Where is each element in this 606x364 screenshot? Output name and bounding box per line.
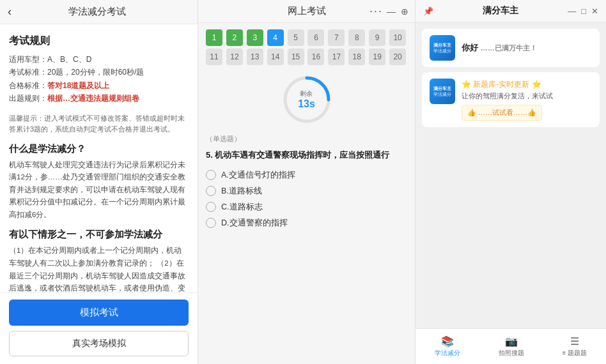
question-number-9[interactable]: 9 [369, 29, 385, 46]
profile-info: 你好 ……已满万牛主！ [462, 42, 592, 54]
right-content: 满分车主 学法减分 你好 ……已满万牛主！ 满分车主 学法减分 ⭐ 新题库-实时… [416, 22, 606, 328]
question-grid: 1234567891011121314151617181920 [206, 29, 407, 65]
option-A[interactable]: A.交通信号灯的指挥 [206, 170, 407, 181]
footer-tab-label-1: 拍照搜题 [499, 349, 524, 358]
right-header: 📌 满分车主 — □ ✕ [416, 0, 606, 22]
section1-title: 考试规则 [9, 34, 189, 48]
right-minimize-icon[interactable]: — [568, 6, 576, 16]
right-maximize-icon[interactable]: □ [581, 6, 586, 16]
question-number-10[interactable]: 10 [389, 29, 406, 46]
option-B[interactable]: B.道路标线 [206, 186, 407, 197]
back-button[interactable]: ‹ [8, 5, 12, 19]
avatar-badge: 满分车主 学法减分 [430, 35, 455, 61]
section3-title: 有以下情形之一，不可参加学法减分 [9, 229, 189, 241]
option-D[interactable]: D.交通警察的指挥 [206, 218, 407, 229]
minimize-icon[interactable]: — [387, 6, 396, 17]
option-label-A: A.交通信号灯的指挥 [221, 170, 295, 181]
option-label-C: C.道路标志 [221, 202, 263, 213]
timer-seconds: 13s [298, 98, 315, 110]
right-header-left-icons: 📌 [423, 6, 433, 16]
header-dots: ··· [369, 4, 383, 18]
question-number-13[interactable]: 13 [247, 49, 263, 65]
rule-1: 适用车型：A、B、C、D [9, 53, 189, 66]
question-text: 5. 机动车遇有交通警察现场指挥时，应当按照通行 [206, 149, 407, 162]
pin-icon[interactable]: 📌 [423, 6, 433, 16]
question-number-19[interactable]: 19 [369, 49, 385, 65]
section2-content: 机动车驾驶人处理完交通违法行为记录后累积记分未满12分，参……处乃交通管理部门组… [9, 159, 189, 222]
question-number-5[interactable]: 5 [288, 29, 304, 46]
promo-cta[interactable]: 👍 ……试试看……👍 [462, 105, 542, 121]
profile-card: 满分车主 学法减分 你好 ……已满万牛主！ [422, 29, 600, 67]
option-label-D: D.交通警察的指挥 [221, 218, 288, 229]
timer-label: 剩余 13s [298, 89, 315, 110]
question-number-2[interactable]: 2 [226, 29, 243, 46]
footer-tab-label-0: 学法减分 [435, 349, 460, 358]
question-number-4[interactable]: 4 [267, 29, 284, 46]
footer-tab-icon-2: ☰ [570, 335, 579, 347]
middle-title: 网上考试 [288, 5, 326, 17]
question-number-14[interactable]: 14 [267, 49, 284, 65]
middle-panel: 网上考试 ··· — ⊕ 123456789101112131415161718… [198, 0, 416, 364]
promo-badge: 满分车主 学法减分 [430, 79, 455, 104]
footer-tab-label-2: ≡ 题题题 [562, 349, 587, 358]
option-radio-A [206, 170, 216, 180]
option-radio-D [206, 218, 216, 228]
promo-card: 满分车主 学法减分 ⭐ 新题库-实时更新 ⭐ 让你的驾照满分复活，来试试 👍 …… [422, 72, 600, 127]
footer-tab-2[interactable]: ☰≡ 题题题 [557, 333, 592, 360]
question-number-1[interactable]: 1 [206, 29, 222, 46]
section2-title: 什么是学法减分？ [9, 143, 189, 155]
timer-section: 剩余 13s [206, 74, 407, 125]
left-content: 考试规则 适用车型：A、B、C、D 考试标准：20题，20分钟，限时60秒/题 … [0, 24, 198, 292]
rule-3: 合格标准：答对18道题及以上 [9, 79, 189, 92]
section3-content: （1）在本记分周期内或者上一个记分周期内，机动车驾驶人有二次以上参加满分教育记录… [9, 245, 189, 292]
right-close-icon[interactable]: ✕ [591, 6, 598, 16]
footer-tab-icon-1: 📷 [505, 335, 518, 347]
real-exam-button[interactable]: 真实考场模拟 [9, 331, 189, 356]
question-number-17[interactable]: 17 [328, 49, 345, 65]
question-number-3[interactable]: 3 [247, 29, 263, 46]
question-type: （单选题） [206, 134, 407, 144]
promo-desc: 让你的驾照满分复活，来试试 [462, 91, 592, 102]
middle-content: 1234567891011121314151617181920 剩余 13s （… [198, 23, 415, 364]
footer-tab-1[interactable]: 📷拍照搜题 [493, 333, 529, 360]
left-title: 学法减分考试 [17, 6, 177, 18]
option-label-B: B.道路标线 [221, 186, 262, 197]
right-header-right-icons: — □ ✕ [568, 6, 598, 16]
question-number-11[interactable]: 11 [206, 49, 222, 65]
question-number-18[interactable]: 18 [348, 49, 365, 65]
option-radio-B [206, 186, 216, 196]
right-panel: 📌 满分车主 — □ ✕ 满分车主 学法减分 你好 ……已满万牛主！ 满分车主 [416, 0, 606, 364]
promo-text: ⭐ 新题库-实时更新 ⭐ 让你的驾照满分复活，来试试 👍 ……试试看……👍 [462, 79, 592, 121]
footer-tab-0[interactable]: 📚学法减分 [430, 333, 465, 360]
left-panel: ‹ 学法减分考试 考试规则 适用车型：A、B、C、D 考试标准：20题，20分钟… [0, 0, 198, 364]
remaining-label: 剩余 [298, 89, 315, 98]
timer-circle: 剩余 13s [281, 74, 332, 125]
left-footer: 模拟考试 真实考场模拟 [0, 292, 198, 364]
rule-2: 考试标准：20题，20分钟，限时60秒/题 [9, 66, 189, 79]
close-icon[interactable]: ⊕ [401, 6, 408, 17]
exam-rules: 适用车型：A、B、C、D 考试标准：20题，20分钟，限时60秒/题 合格标准：… [9, 53, 189, 105]
header-icons: — ⊕ [387, 6, 408, 17]
promo-title: ⭐ 新题库-实时更新 ⭐ [462, 79, 592, 91]
question-number-15[interactable]: 15 [288, 49, 304, 65]
rule-4: 出题规则：根据…交通违法题规则组卷 [9, 92, 189, 105]
question-number-12[interactable]: 12 [226, 49, 243, 65]
mock-exam-button[interactable]: 模拟考试 [9, 300, 189, 326]
footer-tab-icon-0: 📚 [441, 335, 454, 347]
question-number-20[interactable]: 20 [389, 49, 406, 65]
option-C[interactable]: C.道路标志 [206, 202, 407, 213]
question-number-16[interactable]: 16 [307, 49, 324, 65]
question-number-7[interactable]: 7 [328, 29, 345, 46]
right-title: 满分车主 [433, 5, 568, 17]
question-number-6[interactable]: 6 [307, 29, 324, 46]
warning-text: 温馨提示：进入考试模式不可修改答案、答错或超时时未答累计3题的，系统自动判定考试… [9, 113, 189, 135]
option-radio-C [206, 202, 216, 212]
profile-name: 你好 ……已满万牛主！ [462, 42, 592, 54]
question-number-8[interactable]: 8 [348, 29, 365, 46]
options-list: A.交通信号灯的指挥B.道路标线C.道路标志D.交通警察的指挥 [206, 170, 407, 229]
right-footer: 📚学法减分📷拍照搜题☰≡ 题题题 [416, 328, 606, 364]
middle-header: 网上考试 ··· — ⊕ [198, 0, 415, 23]
left-header: ‹ 学法减分考试 [0, 0, 198, 24]
